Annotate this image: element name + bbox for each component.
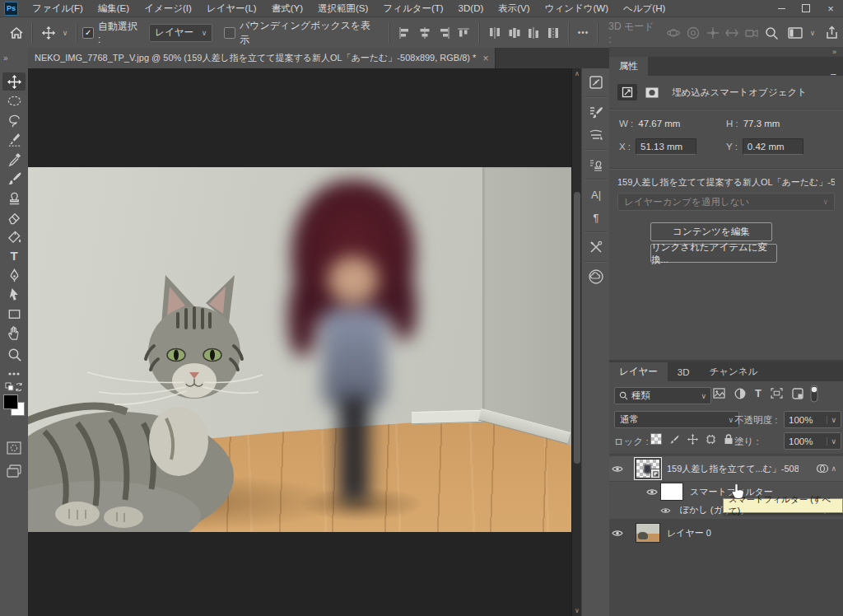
menu-select[interactable]: 選択範囲(S) [310,0,375,16]
distribute-horizontal-centers-icon[interactable] [543,24,563,42]
more-options-icon[interactable]: ••• [575,28,593,37]
swap-colors-icon[interactable] [2,381,26,394]
collapse-effects-icon[interactable]: ∧ [831,464,836,473]
lasso-tool[interactable] [2,111,26,129]
tab-3d[interactable]: 3D [668,362,700,381]
x-position-field[interactable]: 51.13 mm [636,138,696,155]
canvas-area[interactable] [28,68,571,616]
close-button[interactable]: × [818,0,843,16]
marquee-tool[interactable] [2,92,26,110]
visibility-eye-icon[interactable] [657,507,673,514]
layer-row-smart-object[interactable]: 159人差し指を立てて...む」-508x899 ∧ [609,456,843,481]
layer-name[interactable]: レイヤー 0 [667,527,711,539]
layer-row-background[interactable]: レイヤー 0 [609,521,843,544]
align-left-edges-icon[interactable] [395,24,415,42]
toolbar-collapse[interactable]: » [0,48,31,68]
tab-layers[interactable]: レイヤー [609,362,668,381]
menu-help[interactable]: ヘルプ(H) [616,0,673,16]
tab-channels[interactable]: チャンネル [700,362,768,381]
object-selection-tool[interactable] [2,131,26,149]
menu-view[interactable]: 表示(V) [491,0,537,16]
visibility-eye-icon[interactable] [644,488,660,496]
minimize-button[interactable] [769,0,794,16]
quick-mask-icon[interactable] [2,439,26,457]
lock-transparent-pixels-icon[interactable] [650,433,662,445]
layer-filter-toggle[interactable] [808,384,820,404]
visibility-eye-icon[interactable] [609,465,626,473]
auto-select-target-dropdown[interactable]: レイヤー ∨ [149,24,212,42]
menu-file[interactable]: ファイル(F) [25,0,91,16]
brushes-panel-icon[interactable] [585,124,607,146]
align-horizontal-centers-icon[interactable] [415,24,435,42]
smart-filter-badge-icon[interactable] [816,464,829,474]
paragraph-panel-icon[interactable]: ¶ [585,207,607,228]
zoom-tool[interactable] [2,345,26,363]
tool-presets-panel-icon[interactable] [585,236,607,258]
filter-mask-thumbnail[interactable] [660,483,683,501]
layer-thumbnail[interactable] [636,523,660,543]
path-selection-tool[interactable] [2,286,26,304]
menu-image[interactable]: イメージ(I) [137,0,199,16]
color-swatches[interactable] [3,394,25,416]
adjustments-panel-icon[interactable] [585,72,607,93]
smart-object-properties-icon[interactable] [617,84,637,100]
align-right-edges-icon[interactable] [435,24,454,42]
search-icon[interactable] [761,24,781,42]
document-image[interactable] [28,167,571,532]
close-tab-icon[interactable]: × [482,53,488,64]
visibility-eye-icon[interactable] [609,530,626,537]
eraser-tool[interactable] [2,208,26,226]
tab-properties[interactable]: 属性 [609,57,648,76]
layer-name[interactable]: 159人差し指を立てて...む」-508x899 [667,463,799,475]
filter-type-layers-icon[interactable]: T [755,387,761,399]
convert-to-linked-button[interactable]: リンクされたアイテムに変換... [650,244,777,263]
layer-filter-type-dropdown[interactable]: 種類 ∨ [614,387,711,404]
filter-smart-objects-icon[interactable] [792,388,803,399]
distribute-top-edges-icon[interactable] [485,24,505,42]
dock-collapse-bar[interactable]: » [609,47,843,57]
workspace-switcher[interactable]: ∨ [788,26,816,40]
blend-mode-dropdown[interactable]: 通常 ∨ [614,411,739,428]
mask-properties-icon[interactable] [642,84,662,100]
maximize-button[interactable] [794,0,818,16]
creative-cloud-libraries-icon[interactable] [585,266,607,287]
document-tab[interactable]: NEKO_IMG_7768_TP_V.jpg @ 50% (159人差し指を立て… [28,48,496,68]
clone-source-panel-icon[interactable] [585,154,607,175]
menu-type[interactable]: 書式(Y) [264,0,310,16]
move-tool[interactable] [2,72,26,91]
menu-3d[interactable]: 3D(D) [451,0,491,16]
screen-mode-icon[interactable] [2,462,26,480]
fill-field[interactable]: 100% ∨ [784,432,841,450]
bounding-box-checkbox[interactable] [224,27,235,39]
menu-filter[interactable]: フィルター(T) [375,0,450,16]
brush-tool[interactable] [2,170,26,188]
lock-all-icon[interactable] [724,433,734,445]
type-tool[interactable]: T [2,247,26,265]
auto-select-checkbox[interactable]: ✓ [82,27,94,39]
hand-tool[interactable] [2,324,26,343]
filter-pixel-layers-icon[interactable] [713,388,725,399]
menu-edit[interactable]: 編集(E) [91,0,137,16]
distribute-vertical-centers-icon[interactable] [505,24,524,42]
filter-adjustment-layers-icon[interactable] [734,388,746,399]
share-icon[interactable] [822,24,841,42]
lock-position-icon[interactable] [687,434,698,445]
y-position-field[interactable]: 0.42 mm [743,138,803,155]
align-top-edges-icon[interactable] [454,24,473,42]
menu-window[interactable]: ウィンドウ(W) [538,0,616,16]
rectangle-tool[interactable] [2,305,26,323]
brush-settings-panel-icon[interactable] [585,101,607,123]
opacity-field[interactable]: 100% ∨ [784,411,841,428]
pen-tool[interactable] [2,266,26,284]
distribute-bottom-edges-icon[interactable] [524,24,543,42]
foreground-color-swatch[interactable] [3,394,18,409]
scrollbar-thumb[interactable] [574,192,580,464]
home-icon[interactable] [7,24,26,42]
edit-toolbar-icon[interactable] [2,365,26,383]
smart-object-thumbnail[interactable] [636,459,660,478]
edit-contents-button[interactable]: コンテンツを編集 [650,222,772,241]
paint-bucket-tool[interactable] [2,227,26,245]
menu-layer[interactable]: レイヤー(L) [199,0,264,16]
character-panel-icon[interactable]: A| [585,184,607,205]
lock-image-pixels-icon[interactable] [669,434,680,445]
